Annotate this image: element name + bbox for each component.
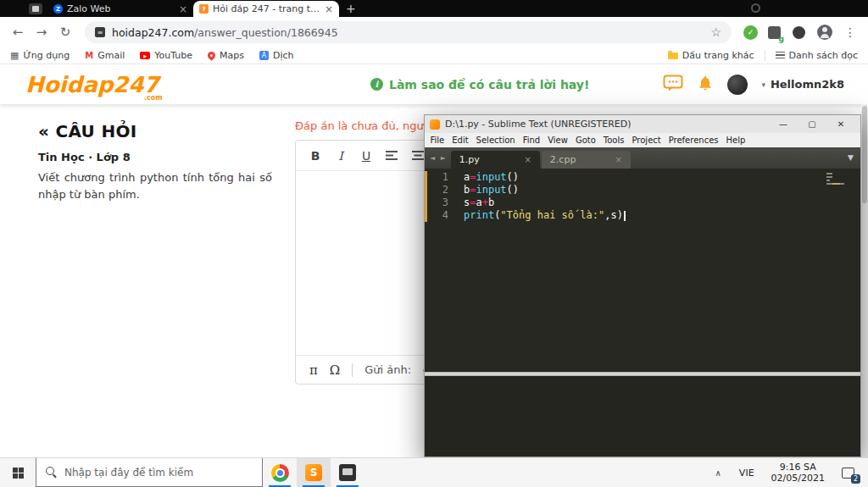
language-indicator[interactable]: VIE: [731, 468, 763, 479]
start-button[interactable]: [0, 458, 36, 487]
header-actions: ▾ Hellomn2k8: [663, 75, 844, 95]
notification-bell-icon[interactable]: [697, 75, 714, 95]
notification-badge: 2: [851, 474, 860, 484]
tab-search-button[interactable]: [751, 3, 760, 13]
taskbar-app-button[interactable]: [331, 458, 364, 487]
code-area: 1a=input()2b=input()3s=a+b4print("Tổng h…: [425, 171, 860, 222]
sublime-tabbar: ◄ ► 1.py×2.cpp× ▼: [425, 147, 860, 169]
line-number: 1: [425, 171, 455, 184]
tab-close-icon[interactable]: ×: [179, 4, 187, 14]
clock-time: 9:16 SA: [771, 462, 825, 473]
screen: Zalo Web × Hỏi đáp 247 - trang trả lời ×…: [0, 0, 868, 487]
minimize-button[interactable]: —: [769, 115, 798, 133]
user-avatar[interactable]: [727, 75, 748, 95]
profile-avatar-icon[interactable]: [817, 25, 832, 40]
code-text: s=a+b: [455, 196, 494, 209]
extension-shield-icon[interactable]: ✓: [743, 25, 758, 40]
bookmark-label: Dịch: [273, 50, 294, 61]
close-button[interactable]: ✕: [826, 115, 855, 133]
sublime-tab-1.py[interactable]: 1.py×: [451, 151, 540, 169]
new-tab-button[interactable]: +: [346, 3, 356, 14]
maximize-button[interactable]: ▢: [798, 115, 826, 133]
menu-find[interactable]: Find: [519, 136, 544, 145]
menu-help[interactable]: Help: [722, 136, 749, 145]
menu-goto[interactable]: Goto: [571, 136, 599, 145]
tab-title: Zalo Web: [67, 3, 175, 14]
menu-tools[interactable]: Tools: [599, 136, 628, 145]
code-line: 4print("Tổng hai số là:",s): [425, 209, 860, 222]
tab-close-icon[interactable]: ×: [325, 4, 333, 14]
taskbar-search[interactable]: Nhập tại đây để tìm kiếm: [36, 458, 263, 487]
extension-icon[interactable]: [793, 26, 805, 39]
tab-close-icon[interactable]: ×: [514, 155, 531, 164]
chevron-down-icon: ▾: [761, 80, 765, 89]
minimap[interactable]: [826, 173, 850, 186]
taskbar-clock[interactable]: 9:16 SA 02/05/2021: [763, 462, 833, 484]
taskbar-sublime-button[interactable]: [297, 458, 331, 487]
underline-button[interactable]: U: [357, 149, 376, 163]
bookmarks-bar: Ứng dụngGmailYouTubeMapsDịch Dấu trang k…: [0, 47, 868, 64]
bookmark-item[interactable]: Gmail: [85, 50, 125, 61]
sublime-titlebar[interactable]: D:\1.py - Sublime Text (UNREGISTERED) — …: [425, 115, 860, 133]
reload-button[interactable]: ↻: [54, 21, 76, 43]
reading-list[interactable]: Danh sách đọc: [776, 50, 858, 61]
divider: [765, 51, 765, 61]
taskbar-chrome-button[interactable]: [263, 458, 297, 487]
omega-button[interactable]: Ω: [330, 362, 340, 378]
action-center-button[interactable]: 2: [833, 458, 868, 487]
sublime-tab-2.cpp[interactable]: 2.cpp×: [542, 151, 631, 169]
bookmark-item[interactable]: Ứng dụng: [10, 50, 70, 61]
tray-chevron-icon[interactable]: ∧: [706, 468, 731, 478]
minimap-line: [826, 176, 832, 178]
menu-selection[interactable]: Selection: [472, 136, 519, 145]
question-meta: Tin Học · Lớp 8: [38, 151, 272, 163]
browser-tab-zalo[interactable]: Zalo Web ×: [47, 1, 193, 17]
pi-button[interactable]: π: [309, 362, 318, 378]
url-host: hoidap247.com: [112, 26, 194, 39]
code-line: 2b=input(): [425, 184, 860, 196]
youtube-icon: [140, 52, 150, 59]
line-number: 3: [425, 196, 455, 209]
windows-logo-icon: [13, 468, 24, 479]
italic-button[interactable]: I: [331, 149, 350, 163]
align-left-icon[interactable]: [382, 150, 402, 161]
pinned-app-icon[interactable]: [29, 3, 42, 14]
menu-project[interactable]: Project: [628, 136, 665, 145]
other-bookmarks[interactable]: Dấu trang khác: [668, 50, 754, 61]
bookmark-label: Gmail: [97, 50, 125, 61]
url-path: /answer_question/1866945: [194, 26, 338, 39]
folder-icon: [668, 53, 678, 59]
bookmark-item[interactable]: Dịch: [259, 50, 294, 61]
site-info-icon[interactable]: [95, 27, 105, 37]
logo-text: Hoidap247: [25, 72, 159, 97]
search-placeholder: Nhập tại đây để tìm kiếm: [64, 467, 193, 479]
sublime-editor[interactable]: 1a=input()2b=input()3s=a+b4print("Tổng h…: [425, 169, 860, 372]
tab-list-dropdown-icon[interactable]: ▼: [848, 153, 854, 162]
sublime-bottom-pane[interactable]: [425, 376, 860, 457]
chat-icon[interactable]: [663, 75, 683, 95]
sublime-tabbar-tabs: 1.py×2.cpp×: [451, 151, 632, 169]
back-button[interactable]: ←: [7, 21, 29, 43]
extension-g-icon[interactable]: [768, 26, 781, 39]
menu-view[interactable]: View: [544, 136, 572, 145]
address-bar[interactable]: hoidap247.com/answer_question/1866945 ☆: [85, 21, 732, 43]
bookmark-item[interactable]: Maps: [208, 50, 244, 61]
menu-edit[interactable]: Edit: [448, 136, 472, 145]
tab-close-icon[interactable]: ×: [604, 155, 621, 164]
code-text: b=input(): [455, 184, 519, 196]
forward-button[interactable]: →: [31, 21, 53, 43]
page-scrollbar[interactable]: [861, 104, 868, 457]
site-logo[interactable]: Hoidap247 .com: [25, 74, 159, 96]
bold-button[interactable]: B: [306, 149, 325, 163]
scrollbar-thumb[interactable]: [862, 106, 867, 203]
bookmark-star-icon[interactable]: ☆: [710, 25, 721, 39]
bookmark-item[interactable]: YouTube: [140, 50, 192, 61]
tab-nav-arrows-icon[interactable]: ◄ ►: [430, 154, 448, 162]
browser-toolbar: ← → ↻ hoidap247.com/answer_question/1866…: [0, 17, 868, 47]
browser-menu-icon[interactable]: ⋮: [839, 25, 861, 39]
username[interactable]: Hellomn2k8: [771, 78, 844, 91]
translate-icon: [259, 51, 269, 60]
browser-tab-hoidap[interactable]: Hỏi đáp 247 - trang trả lời ×: [193, 1, 339, 17]
menu-file[interactable]: File: [426, 136, 448, 145]
menu-preferences[interactable]: Preferences: [665, 136, 722, 145]
